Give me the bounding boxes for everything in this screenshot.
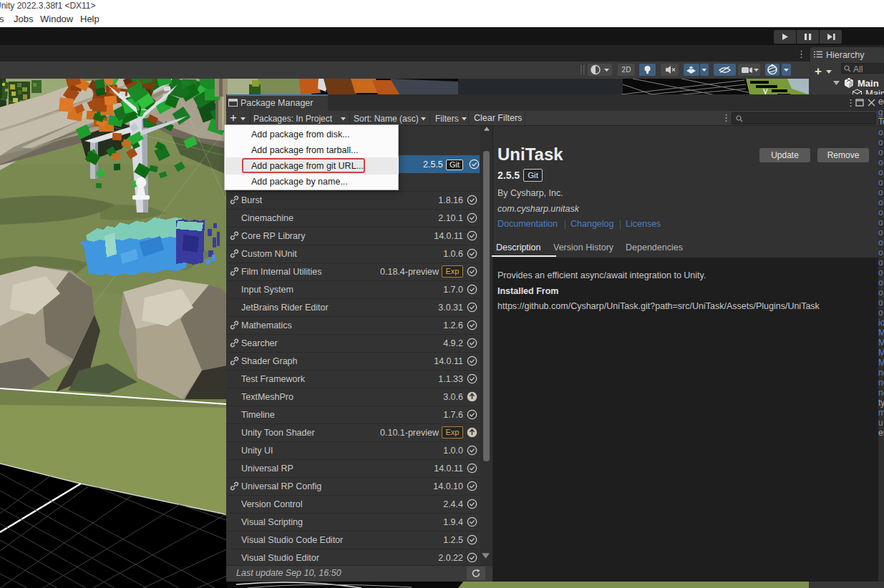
svg-text:2D: 2D	[622, 66, 631, 74]
